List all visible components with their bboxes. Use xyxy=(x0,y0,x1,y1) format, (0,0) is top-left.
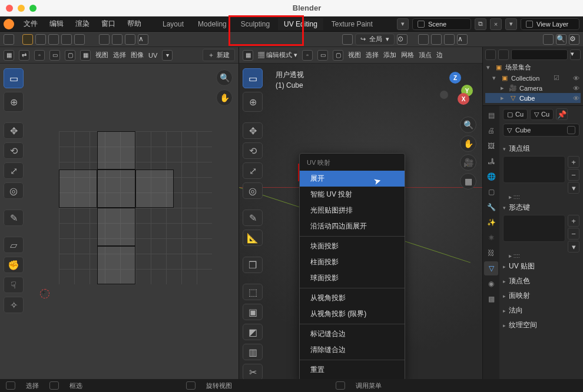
mesh-name-field[interactable]: ▽ Cube xyxy=(503,124,579,137)
vp-menu-edge[interactable]: 边 xyxy=(436,51,443,59)
outliner-filter-button[interactable]: ▾ xyxy=(570,49,581,60)
select-mode-vert-icon[interactable]: ▫ xyxy=(302,50,313,61)
uv-menu-uv[interactable]: UV xyxy=(148,52,157,59)
vp-menu-view[interactable]: 视图 xyxy=(348,51,361,59)
uv-editor-viewport[interactable]: ▭ ⊕ ✥ ⟲ ⤢ ◎ ✎ ▱ ✊ ☟ ✧ 🔍 ✋ xyxy=(0,64,238,379)
vp-tool-loopcut[interactable]: ▥ xyxy=(243,344,263,360)
navigation-gizmo[interactable]: Z Y X xyxy=(438,72,472,106)
uv-tool-pinch[interactable]: ✧ xyxy=(4,297,24,313)
vp-tool-annotate[interactable]: ✎ xyxy=(243,210,263,226)
prop-tab-scene[interactable]: 🏞 xyxy=(484,154,498,168)
mode-dropdown[interactable]: ▦ 编辑模式 ▾ xyxy=(258,51,297,59)
vp-tool-add-cube[interactable]: ❒ xyxy=(243,257,263,273)
fake-user-icon[interactable] xyxy=(567,126,575,134)
uv-select-edge-icon[interactable]: ▭ xyxy=(49,50,60,61)
prop-tab-texture[interactable]: ▩ xyxy=(484,292,498,306)
menu-file[interactable]: 文件 xyxy=(19,17,42,31)
orientation-icon[interactable] xyxy=(342,34,353,45)
window-controls[interactable] xyxy=(6,5,37,12)
sk-add-button[interactable]: + xyxy=(568,215,579,227)
context-menu-view-proj-bounds[interactable]: 从视角投影 (限界) xyxy=(300,306,405,322)
prop-tab-particle[interactable]: ✨ xyxy=(484,215,498,230)
snap-3d-icon[interactable] xyxy=(418,34,429,45)
vp-menu-mesh[interactable]: 网格 xyxy=(401,51,414,59)
snap-3d-element-icon[interactable] xyxy=(431,34,442,45)
vp-tool-cursor[interactable]: ⊕ xyxy=(243,92,263,112)
outliner-collection[interactable]: ▾▣Collection☑👁 xyxy=(485,73,581,83)
prop-tab-render[interactable]: ▤ xyxy=(484,108,498,122)
vg-add-button[interactable]: + xyxy=(568,156,579,168)
vp-persp-icon[interactable]: ▦ xyxy=(460,173,476,190)
vp-tool-inset[interactable]: ▣ xyxy=(243,304,263,320)
vg-menu-button[interactable]: ▾ xyxy=(568,182,579,194)
vp-zoom-icon[interactable]: 🔍 xyxy=(460,117,476,133)
outliner-item-cube[interactable]: ▸▽Cube👁 xyxy=(485,93,581,103)
select-mode-extend-icon[interactable] xyxy=(35,34,46,45)
vp-tool-rotate[interactable]: ⟲ xyxy=(243,142,263,159)
prop-tab-object[interactable]: ▢ xyxy=(484,185,498,199)
select-mode-difference-icon[interactable] xyxy=(61,34,72,45)
uv-tool-relax[interactable]: ☟ xyxy=(4,277,24,293)
uv-face[interactable] xyxy=(135,170,174,208)
menu-help[interactable]: 帮助 xyxy=(122,17,146,31)
vp-tool-extrude[interactable]: ⬚ xyxy=(243,284,263,300)
uv-select-sync-icon[interactable]: ⇄ xyxy=(19,50,29,61)
uv-tool-cursor[interactable]: ⊕ xyxy=(4,92,24,112)
axis-neg-icon[interactable] xyxy=(440,91,448,99)
pivot-icon[interactable]: ⊙ xyxy=(397,34,408,45)
scene-new-icon[interactable]: ⧉ xyxy=(475,18,486,30)
vp-tool-measure[interactable]: 📐 xyxy=(243,230,263,246)
uv-face[interactable] xyxy=(97,170,135,208)
uv-tool-select-box[interactable]: ▭ xyxy=(4,68,24,88)
context-menu-sphere-proj[interactable]: 球面投影 xyxy=(300,270,405,286)
outliner-display-icon[interactable] xyxy=(498,49,509,60)
select-mode-edge-icon[interactable]: ▭ xyxy=(317,50,328,61)
vp-menu-add[interactable]: 添加 xyxy=(383,51,396,59)
context-menu-unwrap[interactable]: 展开 xyxy=(300,171,405,187)
breadcrumb-obj[interactable]: ▢ Cu xyxy=(503,109,528,120)
outliner-type-icon[interactable] xyxy=(485,49,496,60)
vp-tool-scale[interactable]: ⤢ xyxy=(243,162,263,179)
workspace-tab-texture-paint[interactable]: Texture Paint xyxy=(326,18,379,30)
cube-visibility-icon[interactable]: 👁 xyxy=(573,95,579,102)
uv-tool-rip[interactable]: ▱ xyxy=(4,237,24,253)
zoom-window-icon[interactable] xyxy=(29,5,37,12)
outliner-options-icon[interactable]: ⚙ xyxy=(569,34,579,45)
uv-tool-transform[interactable]: ◎ xyxy=(4,182,24,199)
outliner-search-input[interactable] xyxy=(511,49,568,60)
uv-select-vert-icon[interactable]: ▫ xyxy=(34,50,45,61)
context-menu-mark-seam[interactable]: 标记缝合边 xyxy=(300,326,405,342)
outliner-filter-icon[interactable] xyxy=(543,34,554,45)
breadcrumb-data[interactable]: ▽ Cu xyxy=(530,109,554,120)
vg-remove-button[interactable]: − xyxy=(568,169,579,181)
cursor-tool-icon[interactable] xyxy=(4,34,14,45)
select-mode-intersect-icon[interactable] xyxy=(74,34,85,45)
vp-tool-move[interactable]: ✥ xyxy=(243,122,263,139)
snap-element-icon[interactable] xyxy=(112,34,122,45)
workspace-tab-layout[interactable]: Layout xyxy=(157,18,190,30)
context-menu-smart-uv[interactable]: 智能 UV 投射 xyxy=(300,187,405,202)
uv-face[interactable] xyxy=(97,246,135,284)
workspace-tab-uv-editing[interactable]: UV Editing xyxy=(278,18,323,30)
proportional-3d-icon[interactable] xyxy=(444,34,455,45)
viewlayer-name-field[interactable]: View Layer xyxy=(521,18,579,30)
outliner-panel[interactable]: ▾ ▾▣场景集合 ▾▣Collection☑👁 ▸🎥Camera👁 ▸▽Cube… xyxy=(483,47,583,106)
vertex-groups-list[interactable] xyxy=(503,156,565,183)
editor-type-3d-icon[interactable]: ▦ xyxy=(243,50,253,61)
vp-menu-select[interactable]: 选择 xyxy=(366,51,379,59)
prop-tab-physics[interactable]: ⚛ xyxy=(484,231,498,245)
proportional-icon[interactable] xyxy=(125,34,135,45)
falloff-3d-icon[interactable]: ∧ xyxy=(457,34,468,45)
uv-face[interactable] xyxy=(97,208,135,246)
section-shape-keys[interactable]: 形态键 xyxy=(503,200,579,215)
uv-pan-icon[interactable]: ✋ xyxy=(216,89,233,106)
prop-tab-output[interactable]: 🖨 xyxy=(484,124,498,138)
vp-tool-bevel[interactable]: ◩ xyxy=(243,324,263,340)
scene-delete-icon[interactable]: × xyxy=(490,18,502,30)
transform-orientation-dropdown[interactable]: ↪ 全局 ▾ xyxy=(355,34,395,45)
falloff-icon[interactable]: ∧ xyxy=(138,34,148,45)
uv-select-island-icon[interactable]: ▦ xyxy=(80,50,91,61)
menu-edit[interactable]: 编辑 xyxy=(45,17,68,31)
section-normals[interactable]: 法向 xyxy=(503,303,579,318)
section-vertex-groups[interactable]: 顶点组 xyxy=(503,141,579,156)
